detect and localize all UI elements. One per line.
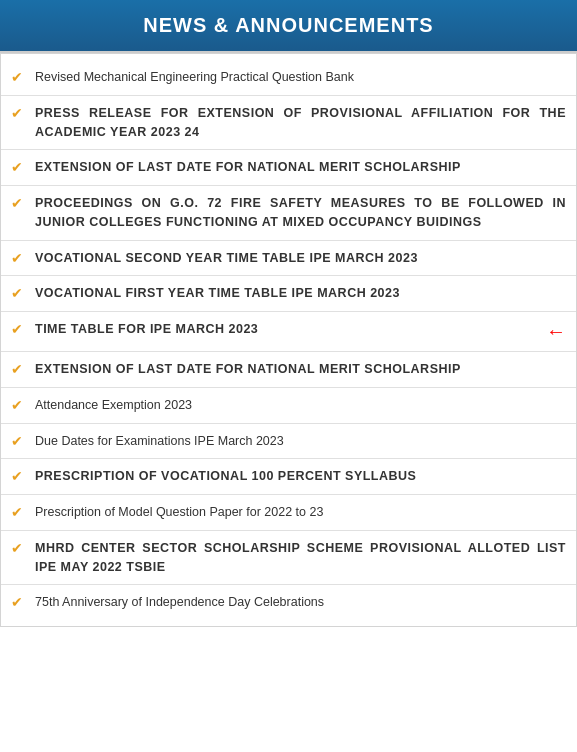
- news-item-text: PRESS RELEASE FOR EXTENSION OF PROVISION…: [35, 104, 566, 142]
- news-item-text: TIME TABLE FOR IPE MARCH 2023: [35, 320, 538, 339]
- news-list: ✔Revised Mechanical Engineering Practica…: [0, 53, 577, 627]
- news-item-text: Due Dates for Examinations IPE March 202…: [35, 432, 566, 451]
- news-item-text: VOCATIONAL FIRST YEAR TIME TABLE IPE MAR…: [35, 284, 566, 303]
- list-item[interactable]: ✔PRESS RELEASE FOR EXTENSION OF PROVISIO…: [1, 96, 576, 151]
- check-icon: ✔: [11, 105, 25, 121]
- check-icon: ✔: [11, 594, 25, 610]
- list-item[interactable]: ✔Attendance Exemption 2023: [1, 388, 576, 424]
- list-item[interactable]: ✔VOCATIONAL FIRST YEAR TIME TABLE IPE MA…: [1, 276, 576, 312]
- news-item-text: PROCEEDINGS ON G.O. 72 FIRE SAFETY MEASU…: [35, 194, 566, 232]
- check-icon: ✔: [11, 361, 25, 377]
- list-item[interactable]: ✔MHRD CENTER SECTOR SCHOLARSHIP SCHEME P…: [1, 531, 576, 586]
- check-icon: ✔: [11, 468, 25, 484]
- check-icon: ✔: [11, 397, 25, 413]
- news-item-text: VOCATIONAL SECOND YEAR TIME TABLE IPE MA…: [35, 249, 566, 268]
- news-item-text: EXTENSION OF LAST DATE FOR NATIONAL MERI…: [35, 158, 566, 177]
- list-item[interactable]: ✔Due Dates for Examinations IPE March 20…: [1, 424, 576, 460]
- check-icon: ✔: [11, 321, 25, 337]
- header-title: NEWS & ANNOUNCEMENTS: [143, 14, 433, 36]
- header: NEWS & ANNOUNCEMENTS: [0, 0, 577, 53]
- news-item-text: 75th Anniversary of Independence Day Cel…: [35, 593, 566, 612]
- check-icon: ✔: [11, 285, 25, 301]
- check-icon: ✔: [11, 159, 25, 175]
- list-item[interactable]: ✔Prescription of Model Question Paper fo…: [1, 495, 576, 531]
- news-item-text: Prescription of Model Question Paper for…: [35, 503, 566, 522]
- list-item[interactable]: ✔TIME TABLE FOR IPE MARCH 2023←: [1, 312, 576, 352]
- news-item-text: Attendance Exemption 2023: [35, 396, 566, 415]
- check-icon: ✔: [11, 250, 25, 266]
- list-item[interactable]: ✔Revised Mechanical Engineering Practica…: [1, 60, 576, 96]
- news-item-text: Revised Mechanical Engineering Practical…: [35, 68, 566, 87]
- news-item-text: MHRD CENTER SECTOR SCHOLARSHIP SCHEME PR…: [35, 539, 566, 577]
- check-icon: ✔: [11, 433, 25, 449]
- check-icon: ✔: [11, 504, 25, 520]
- list-item[interactable]: ✔PRESCRIPTION OF VOCATIONAL 100 PERCENT …: [1, 459, 576, 495]
- news-item-text: PRESCRIPTION OF VOCATIONAL 100 PERCENT S…: [35, 467, 566, 486]
- check-icon: ✔: [11, 540, 25, 556]
- check-icon: ✔: [11, 195, 25, 211]
- red-arrow-icon: ←: [546, 320, 566, 343]
- list-item[interactable]: ✔75th Anniversary of Independence Day Ce…: [1, 585, 576, 620]
- list-item[interactable]: ✔VOCATIONAL SECOND YEAR TIME TABLE IPE M…: [1, 241, 576, 277]
- check-icon: ✔: [11, 69, 25, 85]
- list-item[interactable]: ✔EXTENSION OF LAST DATE FOR NATIONAL MER…: [1, 150, 576, 186]
- news-item-text: EXTENSION OF LAST DATE FOR NATIONAL MERI…: [35, 360, 566, 379]
- list-item[interactable]: ✔EXTENSION OF LAST DATE FOR NATIONAL MER…: [1, 352, 576, 388]
- list-item[interactable]: ✔PROCEEDINGS ON G.O. 72 FIRE SAFETY MEAS…: [1, 186, 576, 241]
